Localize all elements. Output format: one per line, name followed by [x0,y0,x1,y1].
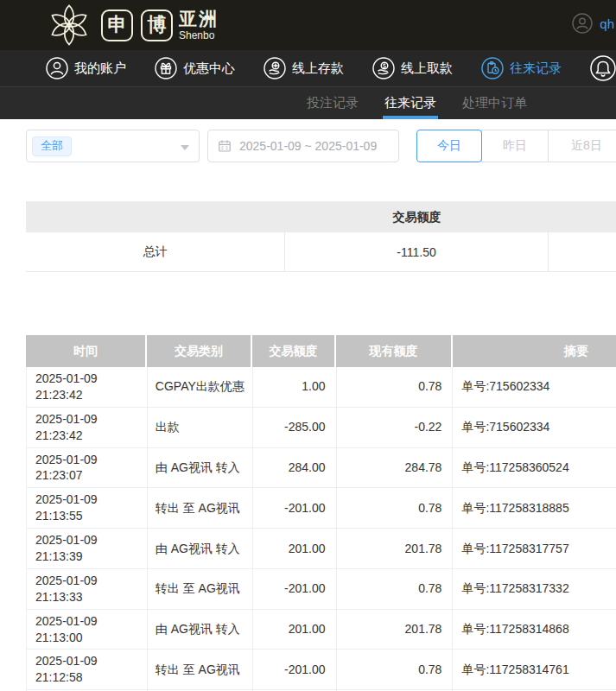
cell-time: 2025-01-09 21:23:42 [27,408,148,447]
cell-balance: 284.78 [337,448,454,488]
cell-balance: 0.78 [337,650,454,689]
deposit-icon [264,57,286,79]
nav-item-label: 往来记录 [510,60,562,77]
nav-item-label: 线上存款 [292,60,344,77]
column-header-time: 时间 [26,335,147,367]
cell-summary: 单号:117258318885 [453,488,616,528]
table-row: 2025-01-09 21:13:39 由 AG视讯 转入 201.00 201… [26,529,616,569]
main-nav: 我的账户 优惠中心 [0,50,616,86]
summary-table: 交易额度 总计 -111.50 [26,201,616,272]
cell-amount: 201.00 [253,529,337,568]
cell-type: 由 AG视讯 转入 [148,448,253,488]
cell-type: 转出 至 AG视讯 [148,569,253,609]
cell-amount: 284.00 [253,448,337,488]
chevron-down-icon [181,145,189,150]
summary-total-label: 总计 [26,232,285,271]
withdraw-icon [372,57,395,79]
gift-icon [155,57,177,79]
cell-type: 出款 [148,408,253,447]
summary-total-amount: -111.50 [285,232,549,271]
user-area[interactable]: qh [572,13,614,34]
cell-type: 转出 至 AG视讯 [148,650,253,689]
top-bar: 申 博 亚洲 Shenbo qh [0,0,616,50]
tab-transaction-records[interactable]: 往来记录 [384,87,436,119]
cell-time: 2025-01-09 21:23:07 [27,448,148,488]
cell-summary: 单号:117258360524 [453,448,616,488]
summary-total-row: 总计 -111.50 [26,232,616,272]
nav-item-deposit[interactable]: 线上存款 [264,57,344,79]
logo-char: 博 [148,12,167,38]
cell-time: 2025-01-09 21:12:58 [27,650,148,689]
cell-balance: 201.78 [337,529,454,568]
table-row: 2025-01-09 21:23:42 CGPAY出款优惠 1.00 0.78 … [26,367,616,408]
nav-item-my-account[interactable]: 我的账户 [46,57,126,79]
cell-amount: -201.00 [253,569,337,609]
table-row: 2025-01-09 21:12:58 转出 至 AG视讯 -201.00 0.… [26,650,616,690]
cell-summary: 单号:715602334 [453,367,616,407]
records-icon [481,57,504,79]
cell-amount: -285.00 [253,408,337,447]
tab-label: 处理中订单 [462,95,527,111]
yesterday-button[interactable]: 昨日 [481,130,549,162]
type-select[interactable]: 全部 [26,130,200,162]
cell-type: 由 AG视讯 转入 [148,610,253,650]
date-range-value: 2025-01-09 ~ 2025-01-09 [239,139,377,153]
brand-logo[interactable]: 申 博 亚洲 Shenbo [45,3,219,48]
cell-amount: 201.00 [253,610,337,650]
cell-time: 2025-01-09 21:23:42 [27,367,148,407]
column-header-type: 交易类别 [147,335,252,367]
cell-amount: -201.00 [253,650,337,689]
column-header-summary: 摘要 [453,335,616,367]
summary-amount-header: 交易额度 [285,201,549,232]
cell-time: 2025-01-09 21:13:33 [27,569,148,609]
page: 申 博 亚洲 Shenbo qh [0,0,616,691]
logo-latin-text: Shenbo [179,30,219,41]
table-row: 2025-01-09 21:23:42 出款 -285.00 -0.22 单号:… [26,408,616,448]
nav-item-promotions[interactable]: 优惠中心 [155,57,235,79]
cell-summary: 单号:715602334 [453,408,616,447]
logo-char-box: 博 [141,10,173,41]
summary-extra-cell [549,232,616,271]
cell-balance: 201.78 [337,610,454,650]
nav-item-withdraw[interactable]: 线上取款 [372,57,453,79]
cell-summary: 单号:117258317332 [453,569,616,609]
cell-summary: 单号:117258317757 [453,529,616,568]
table-row: 2025-01-09 21:13:00 由 AG视讯 转入 201.00 201… [26,610,616,650]
cell-balance: 0.78 [337,488,454,528]
today-button[interactable]: 今日 [416,130,482,162]
cell-time: 2025-01-09 21:13:00 [27,610,148,650]
avatar-icon [572,13,593,34]
last-8-days-button[interactable]: 近8日 [548,130,616,162]
quick-range-group: 今日 昨日 近8日 [416,130,616,162]
nav-item-label: 优惠中心 [183,60,235,77]
logo-char: 申 [108,12,127,38]
column-header-amount: 交易额度 [252,335,336,367]
records-header-row: 时间 交易类别 交易额度 现有额度 摘要 [26,335,616,367]
logo-region-text: 亚洲 [179,10,219,28]
tab-betting-records[interactable]: 投注记录 [307,87,359,119]
cell-time: 2025-01-09 21:13:55 [27,488,148,528]
summary-header-row: 交易额度 [26,201,616,232]
table-row: 2025-01-09 21:13:33 转出 至 AG视讯 -201.00 0.… [26,569,616,610]
cell-amount: -201.00 [253,488,337,528]
tab-pending-orders[interactable]: 处理中订单 [462,87,527,119]
type-select-tag[interactable]: 全部 [32,136,72,156]
nav-item-label: 线上取款 [401,60,453,77]
notifications-button[interactable] [590,55,616,81]
records-table: 时间 交易类别 交易额度 现有额度 摘要 2025-01-09 21:23:42… [26,335,616,691]
cell-balance: 0.78 [337,569,454,609]
bell-icon [590,55,616,81]
nav-item-transaction-records[interactable]: 往来记录 [481,57,562,79]
sub-nav: 投注记录 往来记录 处理中订单 [0,86,616,119]
tab-label: 往来记录 [384,95,436,111]
record-tabs: 投注记录 往来记录 处理中订单 [307,87,527,119]
cell-type: CGPAY出款优惠 [148,367,253,407]
table-row: 2025-01-09 21:23:07 由 AG视讯 转入 284.00 284… [26,448,616,489]
cell-type: 由 AG视讯 转入 [148,529,253,568]
calendar-icon [218,139,232,153]
cell-summary: 单号:117258314761 [453,650,616,689]
logo-char-box: 申 [101,10,133,41]
cell-balance: -0.22 [337,408,454,447]
date-range-picker[interactable]: 2025-01-09 ~ 2025-01-09 [207,130,399,162]
username-text[interactable]: qh [600,16,614,31]
